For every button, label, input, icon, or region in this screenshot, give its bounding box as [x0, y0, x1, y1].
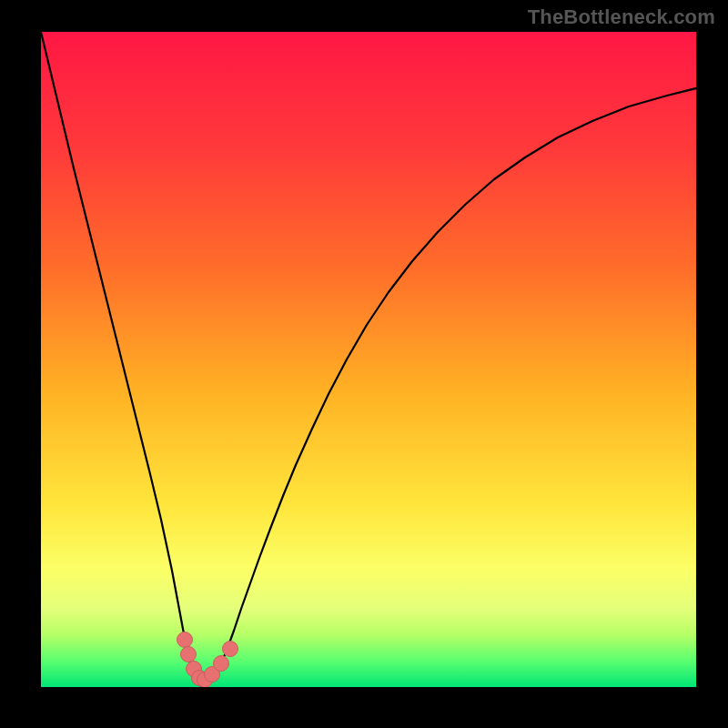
bottleneck-curve [41, 32, 696, 687]
chart-frame: TheBottleneck.com [0, 0, 728, 728]
curve-marker [177, 632, 193, 648]
curve-marker [214, 656, 229, 672]
curve-markers [177, 632, 238, 688]
curve-marker [181, 647, 197, 662]
plot-area [41, 32, 696, 687]
curve-marker [223, 642, 238, 657]
attribution-label: TheBottleneck.com [528, 5, 715, 29]
